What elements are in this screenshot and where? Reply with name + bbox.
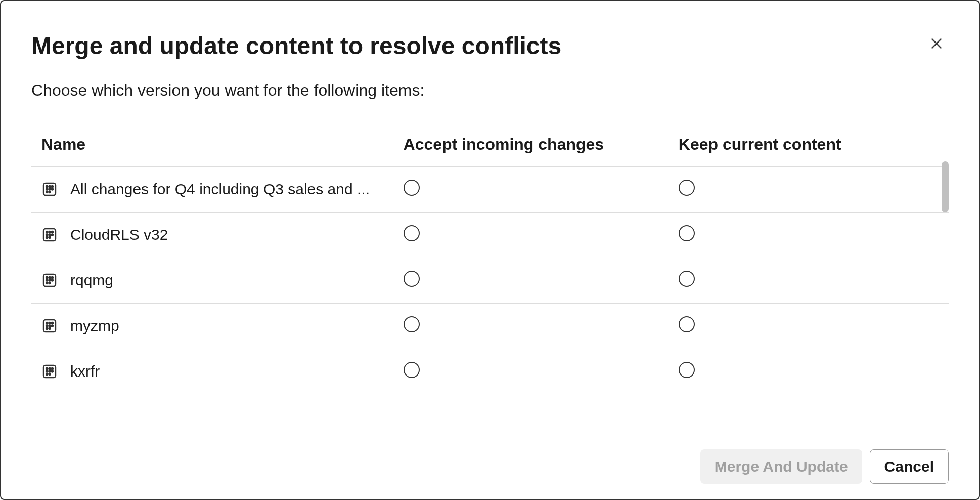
radio-keep[interactable]: [679, 225, 695, 241]
dialog-header: Merge and update content to resolve conf…: [31, 31, 949, 61]
svg-point-3: [46, 186, 48, 187]
svg-point-13: [49, 231, 50, 233]
column-header-keep: Keep current content: [674, 125, 949, 167]
svg-point-17: [52, 234, 53, 235]
name-cell: rqqmg: [36, 272, 393, 289]
svg-point-22: [49, 277, 50, 278]
name-cell: CloudRLS v32: [36, 226, 393, 243]
svg-point-45: [46, 373, 48, 375]
radio-accept[interactable]: [404, 180, 420, 196]
name-cell: All changes for Q4 including Q3 sales an…: [36, 181, 393, 198]
svg-point-30: [46, 322, 48, 324]
dialog-footer: Merge And Update Cancel: [31, 434, 949, 484]
svg-point-40: [49, 368, 50, 369]
scrollbar-thumb[interactable]: [942, 161, 949, 212]
table-row: All changes for Q4 including Q3 sales an…: [31, 166, 949, 212]
conflicts-table: Name Accept incoming changes Keep curren…: [31, 125, 949, 394]
svg-point-46: [49, 373, 50, 375]
table-row: myzmp: [31, 303, 949, 349]
radio-keep[interactable]: [679, 316, 695, 332]
radio-accept[interactable]: [404, 362, 420, 378]
model-icon: [41, 227, 58, 243]
svg-point-6: [46, 188, 48, 190]
item-name: CloudRLS v32: [70, 226, 168, 243]
svg-point-44: [52, 370, 53, 372]
svg-point-16: [49, 234, 50, 235]
svg-point-10: [49, 191, 50, 193]
svg-point-4: [49, 186, 50, 187]
svg-point-41: [52, 368, 53, 369]
radio-accept[interactable]: [404, 316, 420, 332]
svg-point-25: [49, 279, 50, 281]
model-icon: [41, 272, 58, 288]
svg-point-18: [46, 237, 48, 238]
svg-point-34: [49, 325, 50, 326]
svg-point-32: [52, 322, 53, 324]
cancel-button[interactable]: Cancel: [870, 449, 949, 484]
item-name: All changes for Q4 including Q3 sales an…: [70, 181, 370, 198]
svg-point-19: [49, 237, 50, 238]
close-icon: [928, 35, 945, 53]
svg-point-26: [52, 279, 53, 281]
svg-point-23: [52, 277, 53, 278]
svg-point-21: [46, 277, 48, 278]
svg-point-28: [49, 282, 50, 284]
name-cell: myzmp: [36, 317, 393, 335]
model-icon: [41, 318, 58, 334]
svg-point-43: [49, 370, 50, 372]
svg-point-7: [49, 188, 50, 190]
model-icon: [41, 181, 58, 197]
svg-point-35: [52, 325, 53, 326]
column-header-name: Name: [31, 125, 398, 167]
table-row: kxrfr: [31, 349, 949, 394]
svg-point-27: [46, 282, 48, 284]
conflicts-table-container: Name Accept incoming changes Keep curren…: [31, 125, 949, 434]
svg-point-12: [46, 231, 48, 233]
dialog-title: Merge and update content to resolve conf…: [31, 31, 561, 61]
svg-point-42: [46, 370, 48, 372]
radio-accept[interactable]: [404, 271, 420, 287]
item-name: myzmp: [70, 317, 119, 335]
svg-point-37: [49, 328, 50, 329]
svg-point-5: [52, 186, 53, 187]
model-icon: [41, 363, 58, 380]
item-name: kxrfr: [70, 363, 100, 380]
svg-point-8: [52, 188, 53, 190]
column-header-accept: Accept incoming changes: [398, 125, 674, 167]
radio-keep[interactable]: [679, 180, 695, 196]
svg-point-36: [46, 328, 48, 329]
merge-conflicts-dialog: Merge and update content to resolve conf…: [0, 0, 980, 500]
close-button[interactable]: [924, 31, 949, 57]
svg-point-24: [46, 279, 48, 281]
svg-point-9: [46, 191, 48, 193]
table-row: rqqmg: [31, 258, 949, 303]
radio-keep[interactable]: [679, 362, 695, 378]
table-row: CloudRLS v32: [31, 212, 949, 258]
svg-point-31: [49, 322, 50, 324]
svg-point-33: [46, 325, 48, 326]
item-name: rqqmg: [70, 272, 113, 289]
dialog-subtitle: Choose which version you want for the fo…: [31, 81, 949, 100]
svg-point-39: [46, 368, 48, 369]
radio-keep[interactable]: [679, 271, 695, 287]
svg-point-14: [52, 231, 53, 233]
merge-and-update-button[interactable]: Merge And Update: [700, 449, 862, 484]
name-cell: kxrfr: [36, 363, 393, 380]
radio-accept[interactable]: [404, 225, 420, 241]
svg-point-15: [46, 234, 48, 235]
